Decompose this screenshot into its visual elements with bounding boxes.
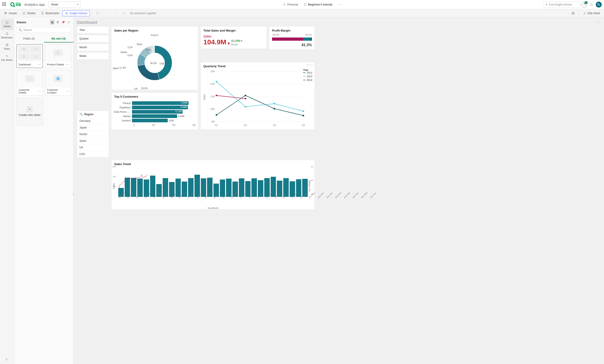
chart-profit-margin[interactable]: Profit Margin -50.0%50.0% 41.3%	[269, 26, 315, 50]
rail-notes[interactable]: Notes	[1, 41, 13, 52]
thumb-menu-icon[interactable]	[66, 89, 69, 93]
sheet-selector[interactable]: Sheet	[49, 1, 81, 8]
region-row[interactable]: USA	[77, 151, 109, 157]
svg-text:Q4: Q4	[302, 124, 305, 126]
thumb-menu-icon[interactable]	[38, 63, 41, 66]
bar-row[interactable]: Paracel5.69M	[114, 101, 196, 105]
svg-point-18	[6, 55, 7, 57]
smart-select-icon[interactable]	[94, 11, 101, 16]
collapse-rail-icon[interactable]	[5, 355, 9, 364]
svg-point-9	[65, 12, 68, 14]
filter-year[interactable]: Year	[77, 26, 109, 34]
margin-bar	[272, 37, 312, 41]
tab-myown[interactable]: My own (4)	[44, 35, 74, 43]
thumb-customer[interactable]: ⋮⋮ Customer Details	[16, 70, 43, 96]
svg-point-36	[303, 115, 304, 116]
svg-point-34	[245, 95, 246, 96]
tutorial-label: Beginner's tutorial	[308, 3, 332, 6]
donut-pct: 45.5%	[150, 62, 157, 64]
next-sheet-icon[interactable]: 〉	[598, 21, 601, 24]
legend-item[interactable]: 2014	[303, 79, 312, 81]
svg-rect-10	[97, 12, 99, 14]
app-launcher-icon[interactable]	[2, 2, 7, 7]
pin-icon[interactable]: 📌	[61, 20, 66, 25]
legend-item[interactable]: 2012	[303, 71, 312, 74]
edit-sheet-button[interactable]: Edit sheet	[581, 11, 602, 16]
region-list: 🔍Region GermanyJapanNordicSpainUKUSA	[77, 111, 109, 158]
filter-week[interactable]: Week	[77, 52, 109, 60]
region-row[interactable]: UK	[77, 144, 109, 151]
donut-pct: 3.2%	[146, 49, 151, 51]
thumb-menu-icon[interactable]	[38, 89, 41, 93]
region-row[interactable]: Spain	[77, 137, 109, 144]
rail-sheets[interactable]: Sheets	[1, 19, 13, 30]
qtrend-ylabel: Sales	[203, 94, 206, 100]
svg-rect-4	[5, 12, 5, 13]
step-back-icon	[102, 11, 110, 16]
create-sheet-label: Create new sheet	[19, 113, 40, 117]
thumb-dashboard[interactable]: ◔#1 ≡◫⤢ Dashboard	[16, 44, 43, 68]
fullscreen-icon[interactable]: ⤢	[307, 63, 309, 67]
view-list-icon[interactable]: ☰	[55, 20, 60, 25]
qlik-logo: lik	[10, 2, 21, 8]
chart-top5-customers[interactable]: Top 5 Customers Paracel5.69MPageWave5.63…	[111, 92, 198, 130]
layout-icon[interactable]	[569, 11, 577, 16]
clear-selections-icon	[120, 11, 128, 16]
bar-row[interactable]: PageWave5.63M	[114, 106, 196, 109]
prev-sheet-icon[interactable]: 〈	[592, 21, 595, 24]
region-row[interactable]: Germany	[77, 118, 109, 124]
create-sheet-button[interactable]: + Create new sheet	[16, 98, 43, 125]
chart-sales-per-region[interactable]: Sales per Region Region USA45.5%UK26.9%J…	[111, 26, 198, 90]
svg-text:9M: 9M	[211, 121, 214, 123]
app-name: Analytics app	[24, 2, 45, 6]
no-selections-text: No selections applied	[130, 12, 156, 15]
panel-resize-handle[interactable]: ⋮	[73, 191, 74, 197]
insight-search-input[interactable]: ✦ Ask Insight Advisor	[543, 1, 580, 8]
help-badge: 3	[585, 1, 588, 4]
help-icon[interactable]: ?3	[581, 2, 587, 8]
svg-point-42	[245, 98, 246, 99]
rail-keydrivers[interactable]: Key drivers	[1, 52, 13, 63]
bookmarks-button[interactable]: Bookmarks	[39, 11, 62, 16]
svg-point-40	[303, 110, 304, 112]
tutorial-button[interactable]: Beginner's tutorial	[302, 2, 334, 7]
kpi-total-sales[interactable]: Total Sales and Margin Sales 104.9M▾ 43.…	[201, 26, 267, 49]
thumb-location[interactable]: 🌐 Customer Location	[45, 70, 71, 96]
svg-point-35	[274, 108, 275, 109]
vbar[interactable]	[194, 175, 200, 197]
view-grid-icon[interactable]: ▦	[50, 20, 55, 25]
legend-item[interactable]: 2013	[303, 75, 312, 78]
donut-label: UK	[134, 87, 138, 90]
bell-icon[interactable]	[589, 2, 594, 8]
thumb-menu-icon[interactable]	[66, 63, 69, 66]
sheets-panel: Sheets ▦ ☰ 📌 ⤢ 🔍 Search Public (0) My ow…	[14, 17, 74, 364]
chart-sales-trend[interactable]: Sales Trend Sales Margin (%) 6M4M2M 5040…	[111, 160, 315, 210]
svg-text:Q1: Q1	[215, 124, 218, 126]
assets-button[interactable]: Assets	[2, 11, 19, 16]
filter-quarter[interactable]: Quarter	[77, 35, 109, 42]
bar-row[interactable]: Talarian4.54M	[114, 114, 196, 118]
qtrend-plot: 9M10M11M12M13MQ1Q2Q3Q4	[201, 69, 315, 129]
svg-point-41	[216, 95, 217, 96]
chart-menu-icon[interactable]	[310, 63, 313, 67]
chart-quarterly-trend[interactable]: Quarterly Trend ⤢ Sales Year201220132014…	[201, 62, 315, 130]
bar-row[interactable]: Deak-Perera Group.5.11M	[114, 110, 196, 114]
panel-search-input[interactable]: 🔍 Search	[16, 27, 71, 33]
qtrend-legend-title: Year	[303, 69, 308, 71]
expand-icon[interactable]: ⤢	[66, 20, 71, 25]
rail-bookmarks[interactable]: Bookmarks	[1, 30, 13, 41]
thumb-product[interactable]: ◫ Product Details	[45, 44, 71, 68]
more-menu-icon[interactable]	[336, 2, 342, 7]
region-row[interactable]: Nordic	[77, 131, 109, 137]
tab-public[interactable]: Public (0)	[14, 35, 44, 43]
insight-advisor-button[interactable]: Insight Advisor	[63, 10, 90, 16]
filter-month[interactable]: Month	[77, 44, 109, 51]
svg-rect-7	[23, 12, 25, 14]
svg-rect-6	[5, 13, 5, 14]
sheets-button[interactable]: Sheets	[20, 11, 38, 16]
svg-text:13M: 13M	[210, 70, 214, 73]
avatar[interactable]: TL	[596, 2, 602, 8]
bar-row[interactable]: Userland3.6M	[114, 119, 196, 122]
region-row[interactable]: Japan	[77, 124, 109, 131]
personal-button[interactable]: Personal	[281, 2, 299, 7]
